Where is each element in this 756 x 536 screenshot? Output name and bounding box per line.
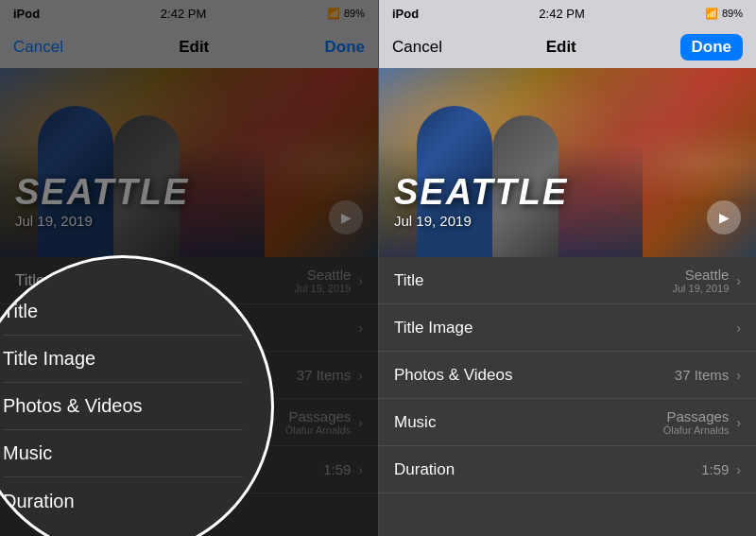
menu-value-title-right: Seattle Jul 19, 2019 xyxy=(672,267,729,294)
menu-right-photos-left: 37 Items › xyxy=(297,367,363,383)
menu-value-duration-left: 1:59 xyxy=(323,461,351,477)
status-icons-right: 📶 89% xyxy=(705,8,743,20)
cancel-button-right[interactable]: Cancel xyxy=(392,38,442,57)
status-time-left: 2:42 PM xyxy=(161,7,206,21)
menu-value-title-left: Seattle Jul 19, 2019 xyxy=(294,267,351,294)
spotlight-label-titleimage: Title Image xyxy=(3,348,95,370)
hero-image-right: SEATTLE Jul 19, 2019 ▶ xyxy=(379,68,756,257)
menu-label-photos-right: Photos & Videos xyxy=(394,366,512,385)
menu-value-music-left: Passages Ólafur Arnalds xyxy=(285,408,352,436)
chevron-duration-left: › xyxy=(358,462,363,477)
nav-title-right: Edit xyxy=(546,38,576,57)
menu-item-photos-right[interactable]: Photos & Videos 37 Items › xyxy=(379,352,756,399)
cancel-button-left[interactable]: Cancel xyxy=(13,38,63,57)
chevron-duration-right: › xyxy=(736,462,741,477)
spotlight-item-titleimage[interactable]: Title Image xyxy=(3,336,243,383)
wifi-icon-right: 📶 xyxy=(705,8,718,20)
done-button-left[interactable]: Done xyxy=(325,38,366,57)
menu-item-titleimage-right[interactable]: Title Image › xyxy=(379,304,756,352)
chevron-title-left: › xyxy=(358,273,363,288)
hero-city-left: SEATTLE xyxy=(15,172,189,213)
hero-date-right: Jul 19, 2019 xyxy=(394,213,568,229)
chevron-music-left: › xyxy=(358,415,363,430)
menu-value-photos-left: 37 Items xyxy=(297,367,352,383)
spotlight-label-music: Music xyxy=(3,442,52,464)
menu-right-titleimage-left: › xyxy=(354,320,363,336)
done-button-right[interactable]: Done xyxy=(680,34,744,61)
hero-date-left: Jul 19, 2019 xyxy=(15,213,189,229)
play-button-right[interactable]: ▶ xyxy=(707,200,741,234)
spotlight-item-title[interactable]: Title xyxy=(3,288,243,336)
menu-label-duration-right: Duration xyxy=(394,460,455,479)
menu-list-right: Title Seattle Jul 19, 2019 › Title Image… xyxy=(379,257,756,536)
chevron-photos-left: › xyxy=(358,368,363,383)
menu-value-music-right: Passages Ólafur Arnalds xyxy=(663,408,730,436)
menu-item-music-right[interactable]: Music Passages Ólafur Arnalds › xyxy=(379,399,756,446)
spotlight-item-music[interactable]: Music xyxy=(3,430,243,477)
menu-right-title-left: Seattle Jul 19, 2019 › xyxy=(294,267,363,294)
battery-right: 89% xyxy=(722,8,743,19)
menu-right-photos-right: 37 Items › xyxy=(675,367,741,383)
menu-item-title-right[interactable]: Title Seattle Jul 19, 2019 › xyxy=(379,257,756,304)
status-device-left: iPod xyxy=(13,7,40,21)
battery-left: 89% xyxy=(344,8,365,19)
left-panel: iPod 2:42 PM 📶 89% Cancel Edit Done SEAT… xyxy=(0,0,378,536)
chevron-titleimage-left: › xyxy=(358,320,363,336)
status-bar-right: iPod 2:42 PM 📶 89% xyxy=(379,0,756,26)
status-bar-left: iPod 2:42 PM 📶 89% xyxy=(0,0,378,26)
menu-label-title-right: Title xyxy=(394,271,424,290)
menu-label-music-right: Music xyxy=(394,413,436,432)
nav-bar-left: Cancel Edit Done xyxy=(0,26,378,68)
menu-right-music-left: Passages Ólafur Arnalds › xyxy=(285,408,363,436)
spotlight-item-duration[interactable]: Duration xyxy=(3,477,243,525)
menu-right-music-right: Passages Ólafur Arnalds › xyxy=(663,408,741,436)
chevron-titleimage-right: › xyxy=(736,320,741,336)
chevron-music-right: › xyxy=(736,415,741,430)
spotlight-label-photos: Photos & Videos xyxy=(3,395,143,417)
chevron-photos-right: › xyxy=(736,368,741,383)
menu-right-duration-right: 1:59 › xyxy=(701,461,741,477)
status-time-right: 2:42 PM xyxy=(539,7,584,21)
spotlight-item-photos[interactable]: Photos & Videos xyxy=(3,383,243,430)
menu-value-duration-right: 1:59 xyxy=(701,461,729,477)
status-device-right: iPod xyxy=(392,7,419,21)
play-button-left[interactable]: ▶ xyxy=(329,200,363,234)
menu-label-titleimage-right: Title Image xyxy=(394,319,472,337)
right-panel: iPod 2:42 PM 📶 89% Cancel Edit Done SEAT… xyxy=(378,0,756,536)
chevron-title-right: › xyxy=(736,273,741,288)
hero-image-left: SEATTLE Jul 19, 2019 ▶ xyxy=(0,68,378,257)
hero-city-right: SEATTLE xyxy=(394,172,568,213)
nav-title-left: Edit xyxy=(179,38,209,57)
status-icons-left: 📶 89% xyxy=(327,8,365,20)
spotlight-label-duration: Duration xyxy=(3,491,75,512)
menu-item-duration-right[interactable]: Duration 1:59 › xyxy=(379,446,756,493)
menu-right-duration-left: 1:59 › xyxy=(323,461,363,477)
hero-overlay-left: SEATTLE Jul 19, 2019 xyxy=(15,172,189,229)
menu-right-title-right: Seattle Jul 19, 2019 › xyxy=(672,267,741,294)
menu-value-photos-right: 37 Items xyxy=(675,367,730,383)
hero-overlay-right: SEATTLE Jul 19, 2019 xyxy=(394,172,568,229)
nav-bar-right: Cancel Edit Done xyxy=(379,26,756,68)
wifi-icon-left: 📶 xyxy=(327,8,340,20)
menu-right-titleimage-right: › xyxy=(732,320,741,336)
